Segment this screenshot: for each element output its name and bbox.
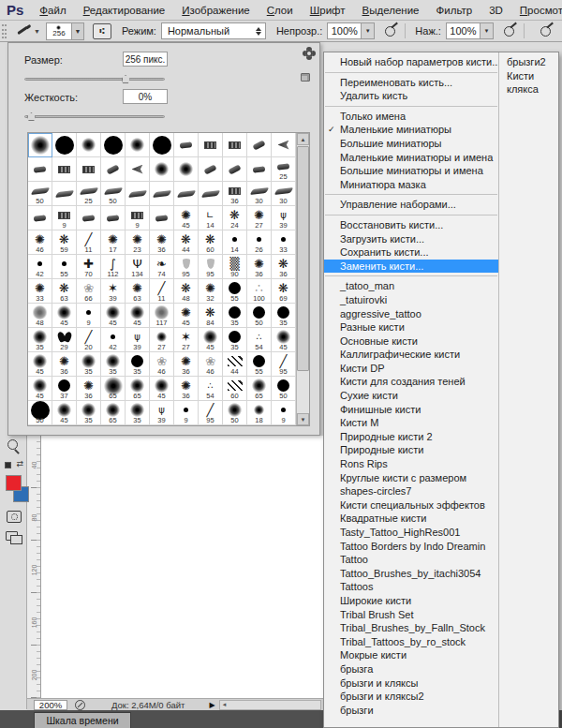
- brush-preset-cell[interactable]: 9: [52, 206, 77, 230]
- brush-preset-cell[interactable]: 50: [28, 401, 52, 425]
- brush-preset-cell[interactable]: ❋69: [272, 279, 296, 304]
- brush-preset-cell[interactable]: [126, 182, 150, 206]
- menu-item[interactable]: Управление наборами...: [324, 198, 498, 212]
- brush-preset-cell[interactable]: [199, 182, 223, 206]
- brush-preset-cell[interactable]: ψ39: [126, 328, 150, 352]
- brush-preset-cell[interactable]: [77, 157, 101, 182]
- size-slider[interactable]: [24, 78, 165, 81]
- brush-tool-icon[interactable]: [14, 22, 33, 39]
- menu-item[interactable]: Заменить кисти...: [324, 260, 498, 274]
- menu-item[interactable]: Tasty_Tattoo_HighRes001: [324, 526, 498, 540]
- brush-preset-cell[interactable]: 35: [77, 352, 101, 377]
- brush-preset-cell[interactable]: ψ39: [272, 206, 296, 230]
- menu-item[interactable]: Переименовать кисть...: [324, 76, 498, 90]
- brush-preset-cell[interactable]: ψ: [150, 425, 174, 426]
- brush-preset-cell[interactable]: ∴100: [247, 279, 272, 304]
- brush-preset-cell[interactable]: ψ39: [150, 401, 174, 425]
- menubar-item[interactable]: Фильтр: [428, 5, 481, 16]
- menu-item[interactable]: Tribal_Tattoos_by_ro_stock: [324, 635, 498, 649]
- quick-mask-mode-icon[interactable]: [7, 511, 22, 523]
- new-preset-icon[interactable]: [301, 73, 310, 82]
- brush-preset-cell[interactable]: ❋59: [52, 230, 77, 255]
- menubar-item[interactable]: Шрифт: [302, 5, 354, 16]
- brush-preset-cell[interactable]: [52, 182, 77, 206]
- menubar-item[interactable]: Изображение: [173, 5, 258, 16]
- brush-preset-cell[interactable]: 45: [150, 377, 174, 401]
- brush-preset-cell[interactable]: 95: [174, 255, 199, 279]
- brush-preset-cell[interactable]: 50: [247, 304, 272, 328]
- hardness-slider[interactable]: [24, 115, 165, 118]
- menu-item[interactable]: брызга: [324, 662, 498, 676]
- brush-preset-cell[interactable]: ∴: [272, 425, 296, 426]
- menu-item[interactable]: Rons Rips: [324, 457, 498, 471]
- brush-preset-cell[interactable]: [150, 133, 174, 157]
- brush-preset-cell[interactable]: [223, 425, 247, 426]
- menubar-item[interactable]: Слои: [259, 5, 302, 16]
- brush-preset-cell[interactable]: 36: [223, 182, 247, 206]
- brush-preset-cell[interactable]: [223, 157, 247, 182]
- brush-preset-cell[interactable]: 30: [272, 182, 296, 206]
- brush-preset-cell[interactable]: ❀66: [77, 279, 101, 304]
- brush-preset-cell[interactable]: [199, 133, 223, 157]
- brush-preset-cell[interactable]: ✺36: [174, 352, 199, 377]
- menu-item[interactable]: клякса: [499, 82, 558, 97]
- brush-preset-cell[interactable]: 65: [247, 377, 272, 401]
- brush-preset-cell[interactable]: [247, 157, 272, 182]
- brush-preset-cell[interactable]: [28, 425, 52, 426]
- brush-preset-cell[interactable]: ✺27: [247, 206, 272, 230]
- brush-preset-cell[interactable]: ∴54: [199, 377, 223, 401]
- menu-item[interactable]: Удалить кисть: [324, 89, 498, 103]
- brush-preset-cell[interactable]: [150, 182, 174, 206]
- brush-preset-cell[interactable]: [101, 425, 126, 426]
- brush-preset-cell[interactable]: [101, 133, 126, 157]
- menu-item[interactable]: Кисти DP: [324, 362, 498, 376]
- brush-preset-cell[interactable]: 9: [174, 401, 199, 425]
- menu-item[interactable]: ✓Маленькие миниатюры: [324, 123, 498, 137]
- menubar-item[interactable]: Редактирование: [75, 5, 174, 16]
- brush-preset-cell[interactable]: ✺36: [174, 377, 199, 401]
- brush-preset-cell[interactable]: 9: [272, 401, 296, 425]
- brush-preset-cell[interactable]: [174, 133, 199, 157]
- brush-preset-cell[interactable]: ✺: [174, 425, 199, 426]
- brush-preset-cell[interactable]: 45: [272, 328, 296, 352]
- brush-preset-cell[interactable]: 35: [77, 401, 101, 425]
- scroll-down-icon[interactable]: ▼: [297, 413, 309, 425]
- menu-item[interactable]: брызги и кляксы: [324, 676, 498, 691]
- brush-preset-cell[interactable]: ❋24: [223, 206, 247, 230]
- brush-preset-cell[interactable]: 45: [28, 377, 52, 401]
- brush-panel-toggle-icon[interactable]: ⑆: [93, 23, 111, 39]
- brush-preset-cell[interactable]: ✺32: [199, 279, 223, 304]
- brush-preset-cell[interactable]: [101, 157, 126, 182]
- brush-preset-cell[interactable]: [101, 206, 126, 230]
- blend-mode-select[interactable]: Нормальный: [161, 22, 266, 39]
- brush-preset-cell[interactable]: [150, 206, 174, 230]
- menu-item[interactable]: Tattoo Borders by Indo Dreamin: [324, 540, 498, 554]
- brush-preset-cell[interactable]: [199, 157, 223, 182]
- brush-preset-cell[interactable]: ✺45: [174, 206, 199, 230]
- menu-item[interactable]: Кисти для создания теней: [324, 375, 498, 389]
- brush-preset-cell[interactable]: 9: [126, 206, 150, 230]
- brush-preset-cell[interactable]: 50: [28, 182, 52, 206]
- brush-preset-cell[interactable]: 45: [52, 304, 77, 328]
- brush-preset-cell[interactable]: 65: [126, 377, 150, 401]
- brush-preset-cell[interactable]: ❋60: [199, 230, 223, 255]
- brush-preset-cell[interactable]: ✺36: [150, 230, 174, 255]
- brush-preset-cell[interactable]: 45: [199, 328, 223, 352]
- menu-item[interactable]: Только имена: [324, 110, 498, 124]
- brush-preset-cell[interactable]: ❋36: [272, 255, 296, 279]
- brush-preset-cell[interactable]: 50: [272, 377, 296, 401]
- menu-item[interactable]: Разные кисти: [324, 320, 498, 334]
- brush-preset-cell[interactable]: 45: [52, 401, 77, 425]
- brush-preset-cell[interactable]: ╱95: [199, 401, 223, 425]
- brush-preset-cell[interactable]: ∴54: [247, 328, 272, 352]
- brush-preset-cell[interactable]: 48: [28, 304, 52, 328]
- brush-preset-cell[interactable]: ╱11: [150, 279, 174, 304]
- menubar-item[interactable]: Просмотр: [511, 5, 562, 16]
- document-canvas[interactable]: [41, 436, 323, 698]
- brush-preset-cell[interactable]: [28, 133, 52, 157]
- brush-preset-cell[interactable]: 50: [101, 182, 126, 206]
- menu-item[interactable]: Широкие кисти: [324, 594, 498, 608]
- brush-preset-cell[interactable]: 18: [247, 401, 272, 425]
- menu-item[interactable]: Tattoo_Brushes_by_itachi3054: [324, 567, 498, 581]
- brush-preset-cell[interactable]: [150, 157, 174, 182]
